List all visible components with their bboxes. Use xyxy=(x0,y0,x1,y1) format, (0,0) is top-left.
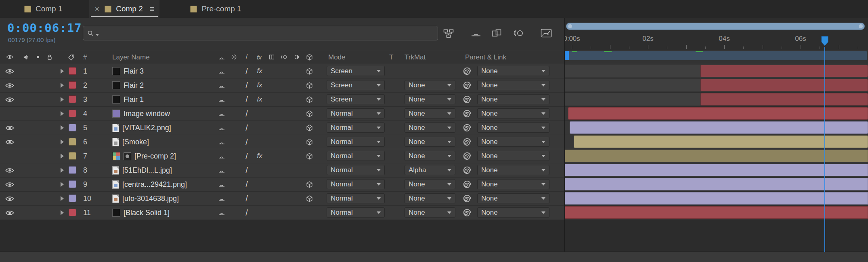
parent-dropdown[interactable]: None xyxy=(477,123,549,133)
quality-toggle[interactable]: / xyxy=(243,152,251,160)
3d-layer-toggle[interactable] xyxy=(305,95,313,104)
work-area-bar[interactable] xyxy=(565,51,867,60)
label-color-swatch[interactable] xyxy=(69,166,76,174)
parent-dropdown[interactable]: None xyxy=(477,179,549,189)
current-timecode[interactable]: 0:00:06:17 xyxy=(7,21,82,35)
shy-toggle[interactable] xyxy=(218,209,226,217)
3d-layer-toggle[interactable] xyxy=(305,67,313,75)
effects-toggle[interactable]: fx xyxy=(254,152,265,160)
label-color-swatch[interactable] xyxy=(69,95,76,103)
close-icon[interactable]: × xyxy=(95,5,100,13)
expand-arrow[interactable] xyxy=(61,196,64,201)
shy-toggle[interactable] xyxy=(218,95,226,104)
layer-row[interactable]: 6 [Smoke] / fx Normal None xyxy=(0,135,564,149)
label-color-swatch[interactable] xyxy=(69,67,76,75)
horizontal-scrollbar[interactable] xyxy=(0,251,868,262)
expand-arrow[interactable] xyxy=(61,182,64,187)
search-input[interactable] xyxy=(83,26,438,40)
shy-toggle[interactable] xyxy=(218,166,226,174)
quality-toggle[interactable]: / xyxy=(243,194,251,203)
search-options-caret[interactable] xyxy=(96,34,99,36)
composition-mini-flowchart-button[interactable] xyxy=(441,26,456,40)
layer-row[interactable]: 5 [VITALIK2.png] / fx Normal None xyxy=(0,121,564,135)
label-color-swatch[interactable] xyxy=(69,81,76,89)
layer-duration-bar[interactable] xyxy=(570,121,868,134)
layer-row[interactable]: 2 Flair 2 / fx Screen None xyxy=(0,78,564,93)
graph-editor-button[interactable] xyxy=(539,26,554,40)
effects-column-icon[interactable]: fx xyxy=(256,53,263,61)
shy-toggle[interactable] xyxy=(218,180,226,188)
expand-arrow[interactable] xyxy=(61,125,64,130)
3d-layer-toggle[interactable] xyxy=(305,110,313,118)
tab-comp-1[interactable]: Comp 1 xyxy=(19,0,68,18)
expand-arrow[interactable] xyxy=(61,168,64,173)
shy-toggle[interactable] xyxy=(218,152,226,160)
quality-column-icon[interactable]: / xyxy=(243,53,250,61)
quality-toggle[interactable]: / xyxy=(243,110,251,118)
layer-name-cell[interactable]: [Smoke] xyxy=(112,137,149,147)
label-color-swatch[interactable] xyxy=(69,180,76,188)
trkmat-dropdown[interactable]: None xyxy=(405,151,455,161)
video-visibility-toggle[interactable] xyxy=(5,125,15,131)
hide-shy-layers-button[interactable] xyxy=(469,26,483,40)
layer-name-cell[interactable]: [Black Solid 1] xyxy=(112,208,170,218)
video-visibility-toggle[interactable] xyxy=(5,182,15,188)
layer-row[interactable]: 9 [centra...29421.png] / fx Normal None xyxy=(0,177,564,192)
collapse-transformations-column-icon[interactable] xyxy=(231,53,238,61)
parent-pickwhip-icon[interactable] xyxy=(463,194,472,203)
trkmat-dropdown[interactable]: None xyxy=(405,94,455,104)
quality-toggle[interactable]: / xyxy=(243,166,251,174)
layer-row[interactable]: 8 [51EhDl...L.jpg] / fx Normal Alpha xyxy=(0,163,564,177)
layer-name-cell[interactable]: [centra...29421.png] xyxy=(112,180,187,189)
parent-dropdown[interactable]: None xyxy=(477,94,549,104)
layer-duration-bar[interactable] xyxy=(700,79,868,91)
layer-name-cell[interactable]: Image window xyxy=(112,109,170,118)
layer-row[interactable]: 7 [Pre-comp 2] / fx Normal None xyxy=(0,149,564,163)
blend-mode-dropdown[interactable]: Screen xyxy=(327,66,385,76)
layer-duration-bar[interactable] xyxy=(700,65,868,77)
parent-pickwhip-icon[interactable] xyxy=(463,95,472,104)
blend-mode-dropdown[interactable]: Normal xyxy=(327,123,385,133)
blend-mode-dropdown[interactable]: Normal xyxy=(327,151,385,161)
blend-mode-dropdown[interactable]: Normal xyxy=(327,165,385,175)
layer-name-cell[interactable]: Flair 1 xyxy=(112,95,144,104)
expand-arrow[interactable] xyxy=(61,111,64,116)
shy-toggle[interactable] xyxy=(218,124,226,132)
video-visibility-toggle[interactable] xyxy=(5,196,15,202)
label-color-swatch[interactable] xyxy=(69,194,76,202)
layer-name-cell[interactable]: Flair 3 xyxy=(112,66,144,76)
panel-menu-icon[interactable]: ≡ xyxy=(150,4,154,14)
3d-layer-toggle[interactable] xyxy=(305,81,313,89)
video-visibility-toggle[interactable] xyxy=(5,82,15,89)
layer-duration-bar[interactable] xyxy=(565,178,868,190)
adjustment-layer-column-icon[interactable] xyxy=(293,53,300,61)
blend-mode-dropdown[interactable]: Screen xyxy=(327,94,385,104)
trkmat-dropdown[interactable]: None xyxy=(405,137,455,147)
tab-pre-comp-1[interactable]: Pre-comp 1 xyxy=(185,0,247,18)
trkmat-dropdown[interactable]: None xyxy=(405,207,455,218)
layer-name-cell[interactable]: [51EhDl...L.jpg] xyxy=(112,165,172,175)
quality-toggle[interactable]: / xyxy=(243,81,251,89)
column-layer-name[interactable]: Layer Name xyxy=(112,53,150,61)
effects-toggle[interactable]: fx xyxy=(254,81,265,89)
shy-toggle[interactable] xyxy=(218,138,226,146)
quality-toggle[interactable]: / xyxy=(243,67,251,75)
shy-toggle[interactable] xyxy=(218,194,226,203)
layer-row[interactable]: 4 Image window / fx Normal None xyxy=(0,107,564,121)
expand-arrow[interactable] xyxy=(61,69,64,74)
layer-row[interactable]: 10 [ufo-3014638.jpg] / fx Normal None xyxy=(0,192,564,206)
trkmat-dropdown[interactable]: Alpha xyxy=(405,165,455,175)
3d-layer-toggle[interactable] xyxy=(305,152,313,160)
3d-layer-toggle[interactable] xyxy=(305,180,313,188)
blend-mode-dropdown[interactable]: Screen xyxy=(327,80,385,90)
layer-name-cell[interactable]: [Pre-comp 2] xyxy=(112,151,176,161)
effects-toggle[interactable]: fx xyxy=(254,95,265,104)
parent-dropdown[interactable]: None xyxy=(477,80,549,90)
column-number[interactable]: # xyxy=(83,53,87,61)
parent-dropdown[interactable]: None xyxy=(477,207,549,218)
layer-duration-bar[interactable] xyxy=(700,93,868,106)
shy-toggle[interactable] xyxy=(218,110,226,118)
label-color-swatch[interactable] xyxy=(69,110,76,117)
blend-mode-dropdown[interactable]: Normal xyxy=(327,108,385,118)
frame-blend-column-icon[interactable] xyxy=(268,53,275,61)
